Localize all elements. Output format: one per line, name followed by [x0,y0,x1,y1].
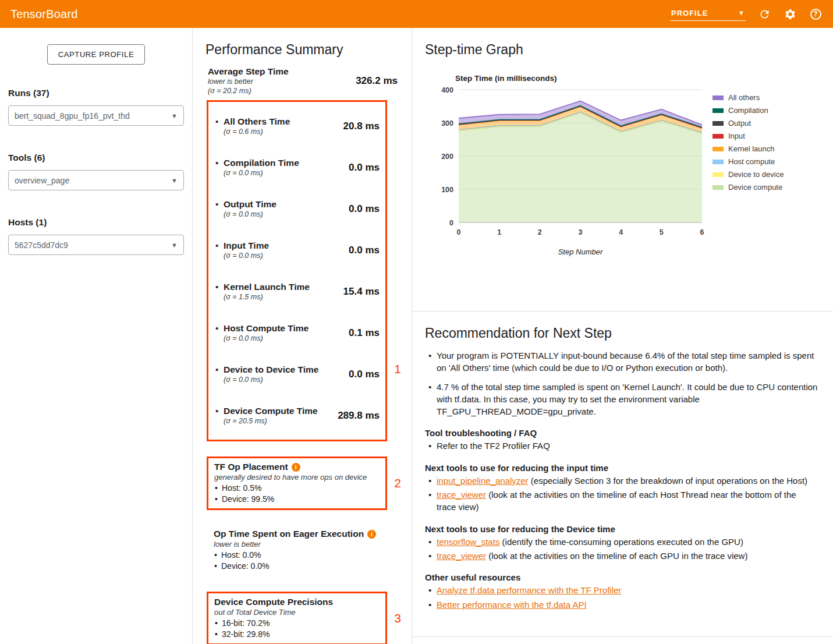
chevron-down-icon: ▼ [738,9,745,16]
legend-swatch [713,147,724,151]
bottom-divider [412,636,833,637]
info-icon[interactable]: i [292,463,300,472]
performance-summary-title: Performance Summary [205,42,401,58]
svg-text:3: 3 [579,228,583,236]
metric-row: Device to Device Time(σ = 0.0 ms)0.0 ms [214,353,380,395]
settings-button[interactable] [783,7,797,21]
metric-label: Device to Device Time [224,364,344,375]
metric-value: 20.8 ms [339,121,380,132]
metric-sigma: (σ = 20.5 ms) [224,416,333,426]
compute-precisions-title: Device Compute Precisions [214,597,333,607]
svg-text:4: 4 [619,228,623,236]
reco-list-resources: Analyze tf.data performance with the TF … [425,584,818,611]
metric-label: Kernel Launch Time [224,281,339,292]
legend-label: Output [728,119,751,128]
metric-label: All Others Time [224,116,339,127]
reco-bullet: Your program is POTENTIALLY input-bound … [425,349,818,374]
metrics-list: All Others Time(σ = 0.6 ms)20.8 msCompil… [214,105,380,436]
metric-sigma: (σ = 1.5 ms) [224,292,339,302]
gear-icon [784,8,796,20]
reco-link[interactable]: Better performance with the tf.data API [437,600,587,610]
recommendation-section: Recommendation for Next Step Your progra… [412,312,833,611]
dashboard-selector-value: PROFILE [671,9,708,17]
precision-item: 32-bit: 29.8% [214,629,380,640]
metric-label: Output Time [224,199,344,210]
reco-link[interactable]: tensorflow_stats [437,537,499,547]
legend-swatch [713,121,724,126]
metric-value: 0.0 ms [344,203,380,215]
compute-precisions-note: out of Total Device Time [214,608,380,617]
tools-select[interactable]: overview_page ▼ [8,170,184,190]
tf-op-placement-box: TF Op Placement i generally desired to h… [207,457,387,510]
step-time-chart: 01002003004000123456Step Number [428,84,708,259]
reco-bullet: Analyze tf.data performance with the TF … [425,584,818,596]
tf-op-placement-note: generally desired to have more ops on de… [214,473,380,482]
svg-text:1: 1 [497,228,501,236]
metric-row: Device Compute Time(σ = 20.5 ms)289.8 ms [214,395,380,436]
metric-row: Host Compute Time(σ = 0.0 ms)0.1 ms [214,312,380,353]
tools-select-value: overview_page [15,176,69,185]
svg-text:Step Number: Step Number [558,247,603,256]
runs-select-value: bert_squad_8gpu_fp16_pvt_thd [15,111,130,121]
placement-item: Host: 0.5% [214,483,380,494]
legend-swatch [713,95,724,100]
legend-label: Device to device [728,170,784,179]
svg-text:6: 6 [700,228,704,236]
reco-bullet: trace_viewer (look at the activities on … [425,550,818,562]
metric-sigma: (σ = 0.0 ms) [224,251,344,260]
legend-swatch [713,160,724,164]
metric-label: Device Compute Time [224,405,333,416]
eager-item: Host: 0.0% [214,550,395,561]
metric-label: Compilation Time [224,157,344,168]
eager-execution-list: Host: 0.0%Device: 0.0% [214,550,395,572]
reco-heading-input-tools: Next tools to use for reducing the input… [425,463,818,473]
tf-op-placement-title: TF Op Placement [214,462,288,472]
average-step-time-sigma: (σ = 20.2 ms) [208,86,351,95]
reco-bullet: trace_viewer (look at the activities on … [425,489,818,514]
reco-bullet: 4.7 % of the total step time sampled is … [425,381,818,418]
average-step-time-row: Average Step Time lower is better (σ = 2… [208,66,398,95]
svg-text:2: 2 [538,228,542,236]
capture-profile-button[interactable]: CAPTURE PROFILE [47,44,145,65]
metric-label: Host Compute Time [224,323,344,334]
runs-label: Runs (37) [8,88,184,98]
help-button[interactable]: ? [809,7,823,21]
reload-button[interactable] [757,7,771,21]
reco-link[interactable]: Analyze tf.data performance with the TF … [437,585,621,595]
reco-link[interactable]: trace_viewer [437,490,486,500]
metric-value: 0.1 ms [344,327,380,339]
legend-item: Device compute [713,183,784,192]
reco-heading-resources: Other useful resources [425,572,818,582]
legend-label: Input [728,132,745,140]
recommendation-title: Recommendation for Next Step [425,325,818,341]
right-panel: Step-time Graph Step Time (in millisecon… [412,28,833,644]
svg-text:400: 400 [441,86,453,94]
legend-swatch [713,185,724,190]
hosts-select-value: 5627c5dd7dc9 [15,240,68,250]
reco-link[interactable]: input_pipeline_analyzer [437,476,529,486]
hosts-select[interactable]: 5627c5dd7dc9 ▼ [8,235,184,255]
hosts-label: Hosts (1) [8,217,184,228]
runs-select[interactable]: bert_squad_8gpu_fp16_pvt_thd ▼ [8,105,184,126]
reco-list-input-tools: input_pipeline_analyzer (especially Sect… [425,475,818,514]
legend-label: All others [728,93,760,102]
eager-execution-note: lower is better [214,540,395,549]
recommendation-bullets: Your program is POTENTIALLY input-bound … [425,349,818,417]
chart-legend: All othersCompilationOutputInputKernel l… [713,93,784,192]
metric-row: Compilation Time(σ = 0.0 ms)0.0 ms [214,147,380,188]
chart-title: Step Time (in milliseconds) [455,74,819,83]
metric-value: 15.4 ms [339,286,380,298]
average-step-time-value: 326.2 ms [351,75,398,87]
metric-row: All Others Time(σ = 0.6 ms)20.8 ms [214,105,380,147]
metric-row: Output Time(σ = 0.0 ms)0.0 ms [214,188,380,229]
reco-link[interactable]: trace_viewer [437,551,486,561]
legend-item: Device to device [713,170,784,179]
info-icon[interactable]: i [367,530,376,539]
metric-value: 0.0 ms [344,162,380,174]
compute-precisions-box: Device Compute Precisions out of Total D… [207,592,387,644]
legend-item: Input [713,132,784,140]
dashboard-selector[interactable]: PROFILE ▼ [670,8,746,21]
reco-list-faq: Refer to the TF2 Profiler FAQ [425,440,818,452]
metric-sigma: (σ = 0.0 ms) [224,334,344,343]
top-app-bar: TensorBoard PROFILE ▼ ? [0,0,833,28]
